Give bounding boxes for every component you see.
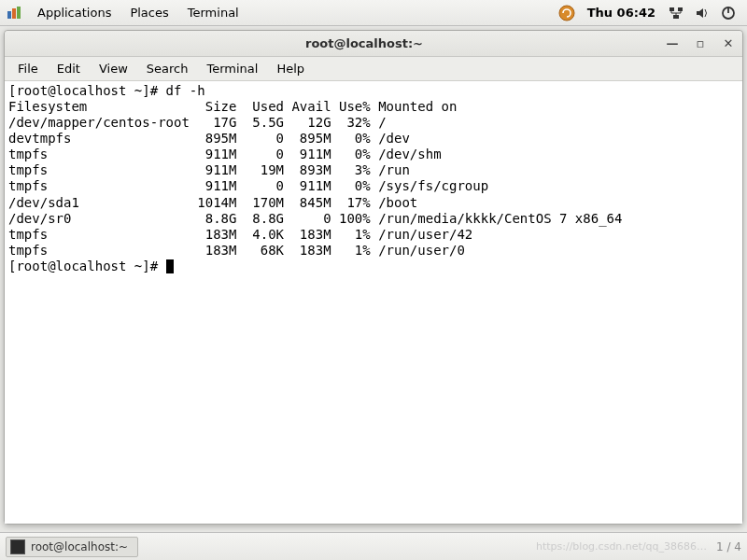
text-cursor	[166, 259, 174, 273]
update-icon[interactable]	[557, 4, 576, 22]
terminal-output[interactable]: [root@localhost ~]# df -h Filesystem Siz…	[5, 81, 742, 524]
terminal-menubar: File Edit View Search Terminal Help	[5, 57, 742, 81]
svg-rect-5	[678, 7, 683, 11]
terminal-task-icon	[10, 539, 25, 554]
window-titlebar[interactable]: root@localhost:~ — ▫ ✕	[5, 31, 742, 57]
gnome-top-panel: Applications Places Terminal Thu 06:42	[0, 0, 747, 26]
svg-point-3	[559, 6, 574, 21]
taskbar-terminal[interactable]: root@localhost:~	[6, 537, 138, 557]
watermark-text: https://blog.csdn.net/qq_38686…	[536, 540, 707, 553]
workspace-pager[interactable]: 1 / 4	[716, 540, 741, 553]
menu-help[interactable]: Help	[267, 59, 314, 78]
svg-rect-2	[17, 7, 21, 19]
minimize-button[interactable]: —	[662, 34, 683, 54]
clock[interactable]: Thu 06:42	[587, 6, 655, 20]
menu-terminal[interactable]: Terminal	[197, 59, 267, 78]
menu-edit[interactable]: Edit	[48, 59, 90, 78]
terminal-menu-top[interactable]: Terminal	[178, 2, 248, 23]
svg-rect-1	[12, 8, 16, 19]
applications-menu[interactable]: Applications	[28, 2, 120, 23]
window-title: root@localhost:~	[70, 36, 658, 50]
power-icon[interactable]	[719, 4, 738, 22]
svg-rect-4	[669, 7, 674, 11]
network-icon[interactable]	[667, 4, 685, 22]
menu-view[interactable]: View	[90, 59, 137, 78]
applications-icon	[6, 5, 22, 21]
close-button[interactable]: ✕	[718, 34, 739, 54]
taskbar-label: root@localhost:~	[31, 540, 128, 553]
sound-icon[interactable]	[693, 4, 712, 22]
menu-file[interactable]: File	[8, 59, 48, 78]
maximize-button[interactable]: ▫	[690, 34, 711, 54]
menu-search[interactable]: Search	[137, 59, 198, 78]
terminal-window: root@localhost:~ — ▫ ✕ File Edit View Se…	[4, 30, 743, 525]
gnome-bottom-panel: root@localhost:~ https://blog.csdn.net/q…	[0, 532, 747, 560]
svg-rect-0	[7, 11, 11, 19]
places-menu[interactable]: Places	[120, 2, 177, 23]
svg-rect-6	[673, 15, 679, 19]
